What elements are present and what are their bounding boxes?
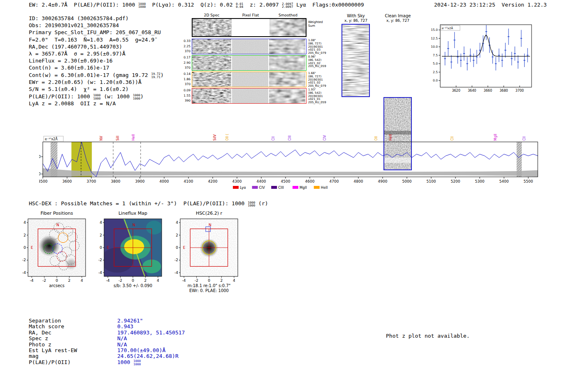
match-table-row: mag24.65(24.62,24.68)R: [29, 353, 185, 359]
match-table-row: Match score0.943: [29, 323, 185, 329]
info-line: EWr = 2.20(±0.65) (w: 1.20(±0.36))Å: [29, 79, 164, 86]
cutout-map-svg: Lineflux MapNE-4-4-2-2002244s/b: 3.50 +/…: [91, 209, 167, 295]
y-tick-label: -4: [22, 271, 26, 275]
spectral-line-label: CIII: [288, 135, 292, 141]
east-label: E: [183, 246, 186, 250]
info-line: S/N = 5.1(±0.4) χ² = 1.6(±0.2): [29, 86, 164, 93]
match-table: Separation2.94261"Match score0.943RA, De…: [29, 318, 185, 365]
cutout-title: HSC(26.2) r: [196, 211, 223, 216]
fiber-pixelflat-image: [232, 39, 268, 54]
info-line: ID: 3002635784 (3002635784.pdf): [29, 15, 164, 22]
fiber-pixelflat-image: [232, 56, 268, 70]
report-root: EW: 2.4±0.7Å P(LAE)/P(OII): 1000 1000100…: [0, 0, 576, 146]
match-table-value: N/A: [117, 335, 127, 341]
match-table-value: 24.65(24.62,24.68)R: [117, 353, 179, 359]
x-tick-label: 4: [233, 278, 235, 283]
x-tick-label: 3800: [111, 179, 121, 183]
x-tick-label: 3660: [484, 89, 492, 93]
spectral-line-label: SiII: [116, 136, 120, 141]
north-label: N: [56, 223, 59, 227]
fiber-2dspec-image: [192, 56, 231, 70]
y-tick-label: 0: [39, 172, 41, 176]
x-tick-label: 3700: [87, 179, 96, 183]
info-line: LyA z = 2.0088 OII z = N/A: [29, 100, 164, 107]
cutout-title: Fiber Positions: [41, 211, 73, 216]
x-tick-label: -2: [42, 278, 46, 283]
match-table-label: Separation: [29, 318, 117, 323]
match-table-label: P(LAE)/P(OII): [29, 359, 117, 365]
y-tick-label: -4: [98, 271, 102, 275]
stacked-fraction: 10001000: [133, 360, 141, 366]
spectral-line-label: OII (: [225, 134, 229, 141]
spectral-line-label: CII: [451, 137, 454, 141]
y-tick-label: 4: [23, 220, 26, 225]
x-tick-label: 3600: [63, 179, 72, 183]
x-tick-label: 3680: [499, 89, 508, 93]
y-tick-label: 2: [23, 233, 26, 237]
y-tick-label: 0.0: [433, 79, 438, 82]
header-stats: EW: 2.4±0.7Å P(LAE)/P(OII): 1000 1000100…: [29, 1, 364, 9]
x-tick-label: 3700: [516, 89, 524, 93]
match-table-value: 1000 10001000: [117, 359, 141, 365]
spectral-line-label: CII: [272, 137, 275, 141]
east-label: E: [31, 246, 33, 250]
info-line: LineFlux = 2.30(±0.69)e-16: [29, 57, 164, 64]
fiber-smoothed-image: [269, 72, 305, 87]
y-tick-label: 2: [100, 233, 102, 237]
hsc-dex-line: HSC-DEX : Possible Matches = 1 (within +…: [29, 200, 268, 207]
legend-swatch: [293, 186, 298, 189]
legend-swatch: [252, 186, 258, 189]
fiber-2dspec-image: [192, 88, 231, 103]
cutout-caption: arcsecs: [49, 283, 65, 288]
spec2d-fiber-row: [192, 88, 307, 104]
legend-label: CIII: [278, 186, 283, 190]
info-line: Primary Spec_Slot_IFU_AMP: 205_067_058_R…: [29, 29, 164, 36]
fiber-2dspec-image: [192, 39, 231, 54]
match-table-label: RA, Dec: [29, 329, 117, 335]
weighted-sum-label: Weighted Sum: [308, 21, 325, 28]
stacked-fraction: 19.7219.71: [151, 72, 160, 79]
noise-image: [232, 72, 268, 87]
lineflux-map-panel: Lineflux MapNE-4-4-2-2002244s/b: 3.50 +/…: [91, 209, 167, 297]
noise-image: [232, 88, 268, 103]
fiber-row-meta: 1.93"(86, 542)20190301v021_01205_RU_059: [308, 88, 330, 104]
x-tick-label: 3640: [468, 89, 476, 93]
match-table-row: Separation2.94261": [29, 318, 185, 323]
y-tick-label: -2: [174, 258, 178, 262]
x-tick-label: 4100: [184, 179, 193, 183]
x-tick-label: 0: [132, 278, 134, 283]
fiber-row-meta: 1.08"(86, 727)20190301v021_03205_RU_079: [308, 39, 330, 55]
legend-label: MgII: [300, 186, 307, 190]
fiber-row-weights: 0.091.55390: [179, 88, 190, 104]
col-header-smoothed: Smoothed: [269, 13, 307, 17]
x-tick-label: 4700: [330, 179, 339, 183]
x-tick-label: 4: [81, 278, 83, 283]
legend-swatch: [271, 186, 277, 189]
y-tick-label: 2: [176, 233, 178, 237]
y-tick-label: 10: [39, 155, 41, 159]
noise-image: [192, 88, 231, 103]
x-tick-label: 3500: [39, 179, 48, 183]
noise-image: [193, 19, 232, 36]
noise-image: [342, 25, 369, 96]
x-tick-label: 4300: [232, 179, 242, 183]
spec2d-fiber-row: [192, 55, 307, 71]
stacked-fraction: 2.00972.0097: [282, 2, 293, 9]
withsky-image: [341, 24, 370, 97]
flux-units-label: e⁻¹⁷x2Å: [442, 26, 453, 30]
info-line: F=2.0" T=0.163 N̄=1.03 A=0.55 g=24.9̄: [29, 36, 164, 43]
fiber-smoothed-image: [269, 56, 305, 70]
spectral-line-label: SiIV: [213, 134, 217, 141]
spec2d-fiber-row: [192, 72, 307, 87]
info-line: Cont(n) = 3.60(±0.16)e-17: [29, 64, 164, 71]
lineflux-peak: [124, 239, 144, 254]
line-fit-svg: 0.02.55.07.510.012.515.03620364036603680…: [428, 21, 535, 95]
spectral-line-label: CIV: [323, 135, 327, 141]
withsky-coords: x, y: 86, 727: [341, 19, 371, 23]
match-table-row: Spec zN/A: [29, 335, 185, 341]
fiber-smoothed-image: [269, 39, 305, 54]
match-table-value: 2.94261": [117, 318, 143, 323]
y-tick-label: 15.0: [431, 28, 438, 32]
x-tick-label: 0: [56, 278, 58, 283]
noise-image: [192, 39, 231, 54]
